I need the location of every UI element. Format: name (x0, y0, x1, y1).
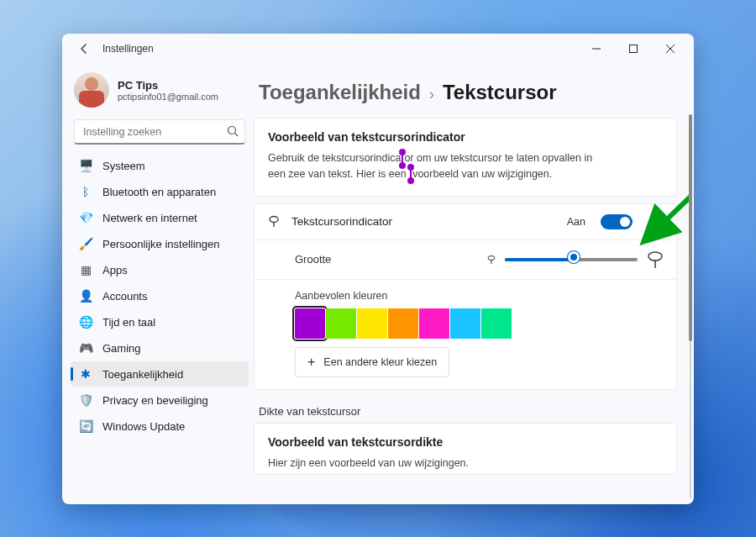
titlebar: Instellingen (62, 34, 694, 64)
color-swatches (295, 308, 664, 339)
sidebar-item-label: Privacy en beveiliging (102, 394, 208, 407)
gaming-icon: 🎮 (79, 341, 92, 355)
other-color-label: Een andere kleur kiezen (323, 356, 437, 368)
maximize-icon (629, 45, 638, 53)
nav-list: 🖥️SysteemᛒBluetooth en apparaten💎Netwerk… (71, 153, 249, 439)
arrow-left-icon (78, 43, 90, 55)
display-icon: 🖥️ (79, 159, 92, 172)
small-indicator-icon (486, 255, 496, 265)
window-controls (578, 35, 689, 62)
thickness-title: Voorbeeld van tekstcursordikte (255, 424, 676, 455)
settings-window: Instellingen PC Tips pctipsinfo01@gmail.… (62, 34, 694, 504)
sidebar-item-netwerk-en-internet[interactable]: 💎Netwerk en internet (71, 205, 249, 230)
svg-rect-1 (630, 45, 638, 53)
indicator-toggle[interactable] (601, 214, 633, 229)
indicator-header[interactable]: Tekstcursorindicator Aan (255, 204, 676, 240)
color-swatch[interactable] (326, 308, 356, 339)
cursor-indicator-icon (266, 214, 281, 229)
shield-icon: 🛡️ (79, 393, 92, 407)
size-label: Grootte (295, 253, 486, 266)
scrollbar-thumb[interactable] (689, 114, 692, 341)
svg-point-2 (228, 127, 236, 134)
sidebar-item-label: Accounts (102, 290, 147, 303)
breadcrumb-parent[interactable]: Toegankelijkheid (259, 81, 421, 104)
sidebar-item-label: Systeem (102, 160, 145, 172)
search-input[interactable] (74, 119, 245, 145)
close-icon (666, 45, 675, 53)
sidebar-item-bluetooth-en-apparaten[interactable]: ᛒBluetooth en apparaten (71, 179, 249, 204)
thickness-section-label: Dikte van tekstcursor (254, 397, 677, 423)
avatar (74, 72, 109, 108)
indicator-expander: Tekstcursorindicator Aan Grootte (254, 203, 677, 390)
preview-card: Voorbeeld van tekstcursorindicator Gebru… (254, 118, 677, 197)
breadcrumb: Toegankelijkheid › Tekstcursor (254, 76, 677, 118)
sidebar-item-persoonlijke-instellingen[interactable]: 🖌️Persoonlijke instellingen (71, 231, 249, 256)
sidebar-item-label: Bluetooth en apparaten (102, 186, 216, 198)
search-box (74, 119, 245, 145)
sidebar-item-windows-update[interactable]: 🔄Windows Update (71, 413, 249, 439)
update-icon: 🔄 (79, 419, 92, 433)
globe-icon: 🌐 (79, 315, 92, 329)
slider-thumb[interactable] (568, 251, 580, 263)
breadcrumb-current: Tekstcursor (443, 81, 557, 104)
cursor-indicator-icon (410, 168, 412, 180)
svg-line-3 (235, 134, 239, 137)
user-block[interactable]: PC Tips pctipsinfo01@gmail.com (71, 67, 249, 119)
sidebar-item-label: Apps (102, 264, 128, 276)
sidebar-item-gaming[interactable]: 🎮Gaming (71, 335, 249, 361)
color-swatch[interactable] (450, 308, 480, 339)
color-swatch[interactable] (481, 308, 512, 339)
back-button[interactable] (72, 37, 96, 61)
chevron-right-icon: › (429, 86, 434, 103)
svg-point-5 (488, 255, 495, 260)
size-slider-track[interactable] (505, 258, 638, 261)
apps-icon: ▦ (79, 263, 92, 276)
user-email: pctipsinfo01@gmail.com (118, 92, 218, 102)
cursor-indicator-icon (402, 153, 403, 165)
thickness-card: Voorbeeld van tekstcursordikte Hier zijn… (254, 423, 677, 476)
wifi-icon: 💎 (79, 211, 92, 224)
size-row: Grootte (255, 240, 676, 279)
sidebar-item-label: Windows Update (102, 420, 185, 433)
user-name: PC Tips (118, 79, 218, 92)
sidebar-item-label: Persoonlijke instellingen (102, 238, 219, 250)
window-title: Instellingen (102, 43, 154, 55)
sidebar-item-label: Tijd en taal (102, 316, 155, 329)
sidebar-item-label: Netwerk en internet (102, 212, 197, 224)
accessibility-icon: ✱ (79, 367, 92, 381)
sidebar-item-apps[interactable]: ▦Apps (71, 257, 249, 282)
content-area: Toegankelijkheid › Tekstcursor Voorbeeld… (254, 64, 694, 504)
account-icon: 👤 (79, 289, 92, 303)
indicator-label: Tekstcursorindicator (291, 215, 557, 228)
thickness-text: Hier zijn een voorbeeld van uw wijziging… (255, 455, 607, 475)
other-color-button[interactable]: + Een andere kleur kiezen (295, 347, 449, 377)
annotation-arrow (632, 190, 694, 249)
brush-icon: 🖌️ (79, 237, 92, 250)
colors-label: Aanbevolen kleuren (295, 290, 664, 302)
svg-point-6 (648, 252, 662, 261)
sidebar-item-label: Gaming (102, 342, 141, 355)
color-swatch[interactable] (419, 308, 449, 339)
sidebar-item-toegankelijkheid[interactable]: ✱Toegankelijkheid (71, 361, 249, 387)
color-swatch[interactable] (357, 308, 387, 339)
preview-title: Voorbeeld van tekstcursorindicator (255, 118, 676, 150)
search-icon (227, 125, 239, 140)
sidebar: PC Tips pctipsinfo01@gmail.com 🖥️Systeem… (62, 64, 254, 504)
sidebar-item-systeem[interactable]: 🖥️Systeem (71, 153, 249, 178)
preview-text: Gebruik de tekstcursorindicaor om uw tek… (255, 150, 607, 196)
sidebar-item-label: Toegankelijkheid (102, 368, 183, 381)
minimize-icon (592, 45, 601, 53)
toggle-state: Aan (567, 216, 585, 228)
bluetooth-icon: ᛒ (79, 185, 92, 198)
plus-icon: + (307, 355, 315, 370)
close-button[interactable] (652, 35, 689, 62)
large-indicator-icon (646, 250, 664, 269)
maximize-button[interactable] (615, 35, 652, 62)
minimize-button[interactable] (578, 35, 615, 62)
color-swatch[interactable] (388, 308, 418, 339)
sidebar-item-accounts[interactable]: 👤Accounts (71, 283, 249, 308)
color-swatch[interactable] (295, 308, 325, 339)
color-section: Aanbevolen kleuren + Een andere kleur ki… (255, 279, 676, 389)
sidebar-item-privacy-en-beveiliging[interactable]: 🛡️Privacy en beveiliging (71, 387, 249, 413)
sidebar-item-tijd-en-taal[interactable]: 🌐Tijd en taal (71, 309, 249, 334)
